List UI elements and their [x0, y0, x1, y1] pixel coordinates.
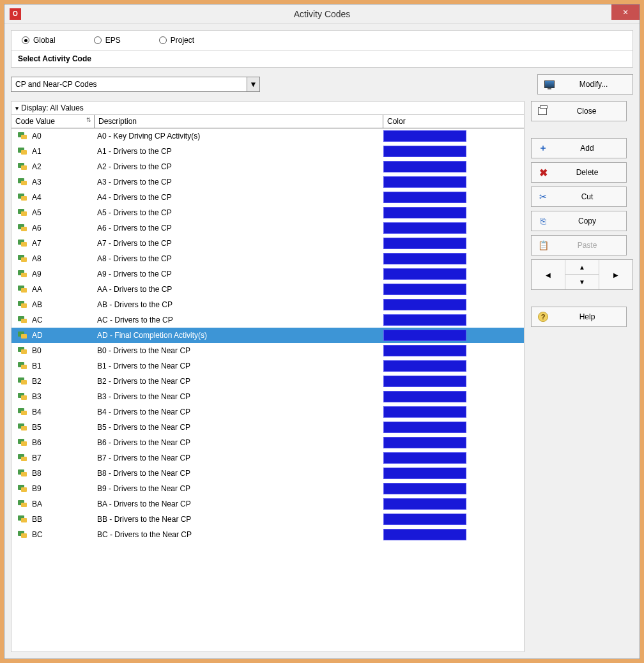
- display-filter-bar[interactable]: ▾ Display: All Values: [12, 102, 524, 115]
- table-row[interactable]: A0A0 - Key Driving CP Activity(s): [12, 128, 524, 144]
- color-swatch[interactable]: [383, 176, 466, 188]
- color-swatch[interactable]: [383, 253, 466, 264]
- color-swatch[interactable]: [383, 360, 466, 372]
- color-swatch[interactable]: [383, 529, 466, 540]
- color-swatch[interactable]: [383, 330, 466, 341]
- table-row[interactable]: B4B4 - Drivers to the Near CP: [12, 404, 524, 420]
- table-row[interactable]: ACAC - Drivers to the CP: [12, 312, 524, 328]
- color-swatch[interactable]: [383, 130, 466, 142]
- color-swatch[interactable]: [383, 161, 466, 172]
- window-close-button[interactable]: ×: [611, 4, 640, 20]
- move-down-button[interactable]: ▼: [565, 275, 599, 289]
- color-swatch[interactable]: [383, 222, 466, 234]
- move-up-button[interactable]: ▲: [565, 260, 599, 275]
- code-value: B9: [32, 484, 42, 493]
- color-swatch[interactable]: [383, 483, 466, 494]
- table-row[interactable]: A4A4 - Drivers to the CP: [12, 190, 524, 205]
- column-header-code[interactable]: Code Value ⇅: [12, 115, 95, 128]
- table-row[interactable]: A9A9 - Drivers to the CP: [12, 266, 524, 282]
- table-row[interactable]: B9B9 - Drivers to the Near CP: [12, 481, 524, 496]
- table-row[interactable]: B6B6 - Drivers to the Near CP: [12, 435, 524, 450]
- cell-code: B9: [12, 484, 95, 493]
- table-row[interactable]: A7A7 - Drivers to the CP: [12, 236, 524, 251]
- activity-code-dropdown[interactable]: CP and Near-CP Codes ▼: [11, 77, 260, 92]
- table-row[interactable]: A2A2 - Drivers to the CP: [12, 159, 524, 174]
- color-swatch[interactable]: [383, 268, 466, 280]
- add-button[interactable]: ＋ Add: [531, 138, 627, 158]
- cut-button[interactable]: ✂ Cut: [531, 187, 627, 207]
- table-row[interactable]: B3B3 - Drivers to the Near CP: [12, 389, 524, 404]
- cell-color: [383, 160, 524, 174]
- radio-global[interactable]: Global: [22, 36, 56, 45]
- cell-code: A4: [12, 193, 95, 202]
- table-row[interactable]: BBBB - Drivers to the Near CP: [12, 512, 524, 527]
- color-swatch[interactable]: [383, 284, 466, 295]
- color-swatch[interactable]: [383, 345, 466, 356]
- scissors-icon: ✂: [538, 192, 548, 202]
- column-header-color[interactable]: Color: [383, 115, 524, 128]
- cell-color: [383, 451, 524, 465]
- chevron-down-icon[interactable]: ▼: [247, 77, 259, 91]
- delete-button[interactable]: ✖ Delete: [531, 162, 627, 183]
- table-row[interactable]: B7B7 - Drivers to the Near CP: [12, 450, 524, 466]
- close-button[interactable]: Close: [531, 101, 627, 121]
- tag-icon: [18, 393, 28, 400]
- table-row[interactable]: ABAB - Drivers to the CP: [12, 297, 524, 312]
- color-swatch[interactable]: [383, 299, 466, 310]
- color-swatch[interactable]: [383, 422, 466, 433]
- tag-icon: [18, 194, 28, 201]
- cell-code: A6: [12, 224, 95, 232]
- table-row[interactable]: A3A3 - Drivers to the CP: [12, 174, 524, 190]
- code-value: AA: [32, 285, 42, 294]
- move-left-button[interactable]: ◀: [532, 260, 565, 289]
- color-swatch[interactable]: [383, 146, 466, 157]
- copy-button[interactable]: ⎘ Copy: [531, 211, 627, 231]
- color-swatch[interactable]: [383, 391, 466, 402]
- color-swatch[interactable]: [383, 406, 466, 418]
- table-body[interactable]: A0A0 - Key Driving CP Activity(s)A1A1 - …: [12, 128, 524, 652]
- color-swatch[interactable]: [383, 468, 466, 479]
- table-row[interactable]: B8B8 - Drivers to the Near CP: [12, 466, 524, 481]
- tag-icon: [18, 439, 28, 446]
- modify-button[interactable]: Modify...: [537, 74, 633, 95]
- table-row[interactable]: B1B1 - Drivers to the Near CP: [12, 358, 524, 374]
- color-swatch[interactable]: [383, 514, 466, 525]
- column-header-description[interactable]: Description: [95, 115, 383, 128]
- code-value: AB: [32, 300, 42, 309]
- radio-label: Global: [33, 36, 56, 45]
- cell-color: [383, 236, 524, 250]
- cell-description: B7 - Drivers to the Near CP: [95, 453, 383, 462]
- help-button[interactable]: ? Help: [531, 307, 627, 327]
- table-row[interactable]: A6A6 - Drivers to the CP: [12, 220, 524, 236]
- cell-color: [383, 313, 524, 327]
- radio-project[interactable]: Project: [159, 36, 194, 45]
- table-row[interactable]: BCBC - Drivers to the Near CP: [12, 527, 524, 542]
- cell-description: B9 - Drivers to the Near CP: [95, 484, 383, 493]
- table-row[interactable]: B2B2 - Drivers to the Near CP: [12, 374, 524, 389]
- color-swatch[interactable]: [383, 192, 466, 203]
- table-row[interactable]: B5B5 - Drivers to the Near CP: [12, 420, 524, 435]
- move-right-button[interactable]: ▶: [599, 260, 632, 289]
- color-swatch[interactable]: [383, 314, 466, 326]
- color-swatch[interactable]: [383, 238, 466, 249]
- table-row[interactable]: A1A1 - Drivers to the CP: [12, 144, 524, 159]
- paste-button[interactable]: 📋 Paste: [531, 235, 627, 255]
- table-row[interactable]: BABA - Drivers to the Near CP: [12, 496, 524, 512]
- color-swatch[interactable]: [383, 498, 466, 510]
- cell-color: [383, 482, 524, 496]
- table-row[interactable]: AAAA - Drivers to the CP: [12, 282, 524, 297]
- cell-description: AA - Drivers to the CP: [95, 285, 383, 294]
- color-swatch[interactable]: [383, 207, 466, 218]
- color-swatch[interactable]: [383, 376, 466, 387]
- table-row[interactable]: A8A8 - Drivers to the CP: [12, 251, 524, 266]
- table-row[interactable]: A5A5 - Drivers to the CP: [12, 205, 524, 220]
- color-swatch[interactable]: [383, 437, 466, 448]
- table-row[interactable]: ADAD - Final Completion Activity(s): [12, 328, 524, 343]
- table-row[interactable]: B0B0 - Drivers to the Near CP: [12, 343, 524, 358]
- cell-description: B3 - Drivers to the Near CP: [95, 392, 383, 401]
- cell-description: B1 - Drivers to the Near CP: [95, 362, 383, 370]
- section-header: Select Activity Code: [11, 50, 633, 68]
- radio-eps[interactable]: EPS: [94, 36, 121, 45]
- cell-description: AB - Drivers to the CP: [95, 300, 383, 309]
- color-swatch[interactable]: [383, 452, 466, 464]
